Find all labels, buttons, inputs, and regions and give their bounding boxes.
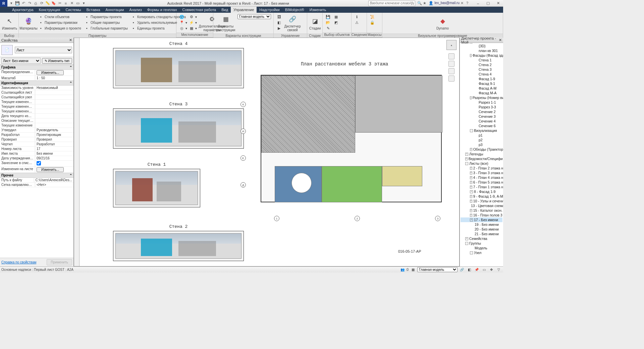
manage-images-button[interactable]: 🖼 [276, 14, 282, 19]
property-row[interactable]: РазработалПроектировщик [0, 133, 73, 137]
edit-type-button[interactable]: ✎ Изменить тип [42, 58, 72, 64]
tree-item[interactable]: +9 - Фасад 1-9, А-М, [461, 194, 502, 199]
qat-measure-icon[interactable]: 📏 [45, 1, 50, 6]
tree-item[interactable]: -Визуализация [461, 128, 502, 133]
tree-item[interactable]: Сечение 6 [461, 123, 502, 128]
app-menu-icon[interactable]: R [0, 0, 7, 7]
property-row[interactable]: Описание текущего ... [0, 118, 73, 123]
tree-item[interactable]: р1 [461, 133, 502, 138]
property-row[interactable]: Переопределения ви...Изменить... [0, 70, 73, 76]
tree-toggle-icon[interactable]: - [470, 96, 472, 99]
tree-item[interactable]: +Ведомости/Специфи [461, 156, 502, 161]
properties-category-graphics[interactable]: Графика⌃ [0, 65, 73, 70]
property-row[interactable]: Имя листаБез имени [0, 151, 73, 156]
grid-bubble[interactable]: К [240, 102, 246, 107]
tree-item[interactable]: -Фасады (Фасад здан [461, 53, 502, 58]
active-design-option[interactable]: Главная модель [417, 267, 458, 272]
property-row[interactable]: Дата текущего измен... [0, 114, 73, 118]
edit-selection-button[interactable]: ✎ [325, 26, 331, 31]
property-row[interactable]: Зависимость уровняНезависимый [0, 86, 73, 90]
grid-bubble[interactable]: Е [240, 155, 246, 161]
tree-item[interactable]: +Легенды [461, 152, 502, 156]
apply-button[interactable]: Применить [47, 259, 72, 265]
qat-thin-icon[interactable]: ≡ [63, 1, 68, 6]
property-row[interactable]: Сетка направляющих<Нет> [0, 183, 73, 187]
tree-toggle-icon[interactable]: + [470, 200, 472, 203]
tree-toggle-icon[interactable]: - [465, 162, 468, 165]
design-option-icon[interactable]: ▦ [410, 267, 416, 272]
tree-item[interactable]: план кв 301 [461, 48, 502, 53]
macro-manager-button[interactable]: 📜 [369, 14, 376, 19]
tree-item[interactable]: -Узел [461, 250, 502, 255]
zoom-icon[interactable] [448, 68, 454, 74]
elevation-view[interactable] [113, 108, 244, 149]
settings-item[interactable]: ▪Информация о проекте [38, 26, 82, 31]
dynamo-button[interactable]: ◆Dynamo [433, 13, 453, 33]
drag-elements-icon[interactable]: ✥ [488, 267, 494, 272]
tree-item[interactable]: +3 - План 3 этажа на [461, 170, 502, 175]
tree-item[interactable]: Разрез 3-3 [461, 105, 502, 109]
tree-item[interactable]: {3D} [461, 44, 502, 48]
tab-системы[interactable]: Системы [63, 7, 84, 13]
materials-button[interactable]: 🔮Материалы [20, 13, 37, 33]
property-checkbox[interactable] [37, 161, 41, 165]
tree-item[interactable]: +16 - План полов 3 э [461, 213, 502, 217]
infocenter-icon[interactable]: 🔍 [417, 1, 422, 6]
tree-item[interactable]: Фасад М-А [461, 91, 502, 95]
property-row[interactable]: Текущее изменение ... [0, 104, 73, 109]
drawing-area[interactable]: ▲ План расстановки мебели 3 этажа 016-05… [74, 38, 460, 266]
modify-button[interactable]: ↖Изменить [1, 13, 18, 33]
tree-toggle-icon[interactable]: + [470, 186, 472, 189]
tab-надстройки[interactable]: Надстройки [257, 7, 282, 13]
tab-анализ[interactable]: Анализ [127, 7, 145, 13]
tree-item[interactable]: Модель [461, 246, 502, 250]
grid-bubble[interactable]: 2 [355, 216, 360, 221]
tree-item[interactable]: 21 - Без имени [461, 232, 502, 236]
tree-toggle-icon[interactable]: + [470, 148, 472, 151]
property-row[interactable]: Путь к файлуC:\Users\Алексей\Des... [0, 178, 73, 183]
design-options-button[interactable]: ▦Варианты конструкции [215, 13, 237, 33]
coordinates-button[interactable]: 📍▾ [178, 20, 188, 25]
property-row[interactable]: Изменения на листеИзменить... [0, 167, 73, 173]
settings-item[interactable]: ▪Общие параметры [84, 20, 129, 25]
qat-switch-icon[interactable]: ▭ [75, 1, 80, 6]
macro-security-button[interactable]: 🔒 [369, 20, 376, 25]
property-row[interactable]: ПроверилПроверил [0, 137, 73, 142]
qat-close-icon[interactable]: ✕ [69, 1, 74, 6]
tree-toggle-icon[interactable]: - [465, 242, 468, 245]
select-face-icon[interactable]: ▭ [481, 267, 487, 272]
starting-view-button[interactable]: ▶ [276, 26, 282, 31]
tree-toggle-icon[interactable]: - [470, 54, 472, 57]
tree-item[interactable]: Стена 2 [461, 62, 502, 67]
tree-item[interactable]: 19 - Без имени [461, 222, 502, 227]
grid-bubble[interactable]: 1 [274, 216, 279, 221]
settings-item[interactable]: ▪Параметры проекта [84, 14, 129, 19]
load-selection-button[interactable]: 📂 [325, 20, 331, 25]
property-row[interactable]: Номер листа17 [0, 147, 73, 151]
qat-open-icon[interactable]: ▾ [9, 1, 14, 6]
tree-toggle-icon[interactable]: + [470, 209, 472, 212]
ids-button[interactable]: ℹ [354, 14, 360, 19]
tree-toggle-icon[interactable]: + [470, 181, 472, 184]
tree-item[interactable]: Фасад 9-1 [461, 81, 502, 86]
property-row[interactable]: Масштаб1 : 50 [0, 76, 73, 81]
elevation-view[interactable] [113, 231, 244, 261]
tree-item[interactable]: +4 - План 4 этажа на [461, 175, 502, 180]
settings-item[interactable]: ▪Параметры привязки [38, 20, 82, 25]
tab-архитектура[interactable]: Архитектура [9, 7, 36, 13]
tree-item[interactable]: Стена 1 [461, 58, 502, 62]
steering-wheel-icon[interactable] [448, 53, 454, 59]
exchange-icon[interactable]: ✕ [461, 1, 465, 6]
pan-icon[interactable] [448, 61, 454, 67]
select-underlay-icon[interactable]: ◧ [466, 267, 472, 272]
type-selector[interactable]: 📄 Лист [0, 43, 73, 57]
tree-item[interactable]: +Семейства [461, 236, 502, 241]
elevation-view[interactable] [113, 48, 244, 88]
tree-item[interactable]: Фасад А-М [461, 86, 502, 91]
property-row[interactable]: Занесение в список ... [0, 161, 73, 167]
tree-toggle-icon[interactable]: + [470, 167, 472, 170]
qat-save-icon[interactable]: 💾 [15, 1, 20, 6]
save-selection-button[interactable]: 💾 [325, 14, 331, 19]
type-dropdown[interactable]: Лист [15, 47, 72, 53]
help-icon[interactable]: ? [466, 1, 471, 6]
